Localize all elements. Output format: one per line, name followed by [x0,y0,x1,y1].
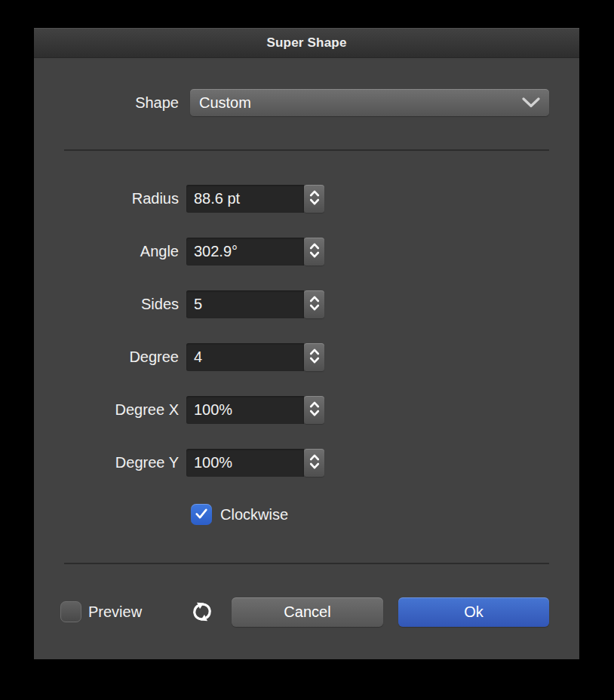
degree-x-value: 100% [194,401,232,419]
shape-select-value: Custom [199,94,251,112]
sides-label: Sides [34,296,179,313]
divider [64,563,549,564]
ok-button[interactable]: Ok [398,597,549,627]
refresh-button[interactable] [189,599,216,626]
degree-y-value: 100% [194,454,232,471]
up-down-chevrons-icon [309,348,320,367]
angle-value: 302.9° [194,243,238,260]
degree-y-row: Degree Y 100% [34,449,579,477]
shape-label: Shape [34,94,179,112]
footer: Preview Cancel [34,597,579,627]
sides-input[interactable]: 5 [186,290,304,318]
degree-row: Degree 4 [34,343,579,371]
refresh-icon [189,598,216,628]
up-down-chevrons-icon [309,242,320,261]
up-down-chevrons-icon [309,401,320,419]
up-down-chevrons-icon [309,295,320,314]
title-bar: Super Shape [34,28,579,58]
cancel-button[interactable]: Cancel [232,597,383,627]
degree-stepper[interactable] [304,343,324,371]
angle-row: Angle 302.9° [34,238,579,266]
degree-x-label: Degree X [34,401,179,419]
clockwise-label: Clockwise [220,506,288,523]
super-shape-dialog: Super Shape Shape Custom Radius 88.6 pt … [34,28,579,659]
divider [64,149,549,151]
chevron-down-icon [522,97,540,108]
degree-label: Degree [34,348,179,366]
dialog-title: Super Shape [266,35,346,51]
radius-value: 88.6 pt [194,190,240,207]
degree-x-input[interactable]: 100% [186,396,304,424]
degree-y-label: Degree Y [34,454,179,471]
radius-stepper[interactable] [304,185,324,213]
clockwise-checkbox[interactable] [191,504,212,525]
sides-stepper[interactable] [304,290,324,318]
angle-label: Angle [34,243,179,260]
preview-label: Preview [88,597,142,627]
radius-label: Radius [34,190,179,207]
clockwise-row: Clockwise [191,504,288,525]
degree-y-stepper[interactable] [304,449,324,477]
shape-row: Shape Custom [34,89,579,116]
sides-row: Sides 5 [34,290,579,318]
radius-row: Radius 88.6 pt [34,185,579,213]
degree-input[interactable]: 4 [186,343,304,371]
angle-stepper[interactable] [304,238,324,266]
up-down-chevrons-icon [309,453,320,472]
preview-checkbox[interactable] [60,601,81,622]
sides-value: 5 [194,296,202,313]
checkmark-icon [193,505,210,524]
degree-value: 4 [194,348,202,366]
degree-x-stepper[interactable] [304,396,324,424]
angle-input[interactable]: 302.9° [186,238,304,266]
degree-y-input[interactable]: 100% [186,449,304,477]
radius-input[interactable]: 88.6 pt [186,185,304,213]
shape-select[interactable]: Custom [190,89,549,116]
degree-x-row: Degree X 100% [34,396,579,424]
up-down-chevrons-icon [309,189,320,208]
